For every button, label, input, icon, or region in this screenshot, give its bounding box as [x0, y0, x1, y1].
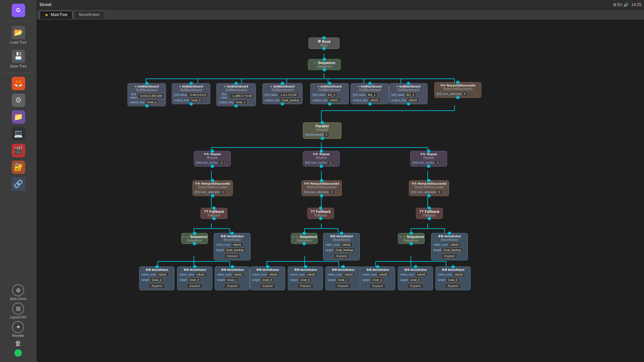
node-move-r3-backup[interactable]: ⚙ MoveRobot MoveRobot robot_num robot3 t…	[431, 233, 468, 260]
sbr3-top	[407, 82, 410, 85]
tab-main-tree[interactable]: ★ MainTree	[40, 11, 72, 19]
node-move-r1-backup[interactable]: ⚙ MoveRobot MoveRobot robot_num robot1 t…	[214, 233, 251, 260]
expand-r2a[interactable]: Expand	[259, 283, 276, 289]
node-fallback-3[interactable]: ? Fallback Fallback	[416, 208, 443, 219]
seqr3-bottom	[410, 242, 413, 245]
expand-r3a[interactable]: Expand	[369, 283, 386, 289]
main-area: Groot ⊞ En 🔊 14:25 ★ MainTree MoveRobot	[37, 0, 644, 362]
expand-r1b[interactable]: Expand	[224, 253, 240, 259]
sbbackup-bottom	[281, 102, 284, 106]
node-repeat-1[interactable]: ↻ Repeat Repeat [IN] num_cycles -1	[194, 151, 231, 167]
layout-hv-button[interactable]: ⊞ Layout H/V	[10, 303, 26, 319]
mover1b-top	[230, 232, 234, 235]
terminal-icon[interactable]: 💻	[12, 127, 25, 140]
expand-r2b[interactable]: Expand	[333, 253, 350, 259]
network-icon[interactable]: 🔗	[12, 177, 25, 191]
settings-icon[interactable]: ⚙	[12, 94, 25, 107]
mr2a-top	[266, 265, 269, 268]
retry-top-bottom	[456, 96, 460, 99]
node-setbb-r3[interactable]: SetBlackboard SetBlackboard [IN] value t…	[389, 83, 428, 104]
app-icon[interactable]: G	[12, 4, 25, 17]
node-move-r2b[interactable]: ⚙ MoveRobot robot_num robot2 target Goal…	[288, 266, 323, 290]
node-fallback-2[interactable]: ? Fallback Fallback	[307, 208, 334, 219]
node-setbb-r2[interactable]: SetBlackboard SetBlackboard [IN] value t…	[351, 83, 389, 104]
node-move-r3b[interactable]: ⚙ MoveRobot robot_num robot3 target Goal…	[398, 266, 433, 290]
expand-r1b2[interactable]: Expand	[186, 283, 203, 289]
mr3c-top	[451, 265, 455, 268]
root-icon	[318, 39, 321, 44]
node-setbb-r1[interactable]: SetBlackboard SetBlackboard [IN] value t…	[310, 83, 349, 104]
root-bottom-connector	[322, 47, 326, 50]
seq-top-conn-top	[323, 58, 326, 61]
node-seq-r2[interactable]: → Sequence Sequence	[291, 233, 318, 244]
node-repeat-3[interactable]: ↻ Repeat Repeat [IN] num_cycles -1	[410, 151, 447, 167]
node-setbb-backup[interactable]: SetBlackboard SetBlackboard [IN] value -…	[262, 83, 303, 104]
auto-zoom-button[interactable]: ⊕ Auto-Zoom	[10, 284, 26, 301]
node-retry-top[interactable]: ↻ RetryUntilSuccesful RetryUntilSuccesfu…	[434, 82, 481, 98]
rep2-bottom	[320, 165, 323, 168]
security-icon[interactable]: 🔐	[12, 161, 25, 174]
node-move-r1a[interactable]: ⚙ MoveRobot robot_num robot1 target Goal…	[139, 266, 174, 290]
sbr1-top	[328, 82, 331, 85]
par-bottom	[321, 137, 324, 140]
ret2-bottom	[320, 194, 323, 197]
ret3-bottom	[427, 194, 431, 197]
expand-r3b2[interactable]: Expand	[407, 283, 424, 289]
tabbar: ★ MainTree MoveRobot	[37, 9, 644, 20]
browser-icon[interactable]: 🦊	[12, 77, 25, 90]
sbr1-bottom	[328, 102, 331, 106]
node-seq-r1[interactable]: → Sequence Sequence	[181, 233, 208, 244]
node-move-r2c[interactable]: ⚙ MoveRobot robot_num robot2 target Goal…	[325, 266, 361, 290]
fb3-bottom	[428, 217, 431, 220]
node-seq-r3[interactable]: → Sequence Sequence	[398, 233, 425, 244]
mr1b-top	[193, 265, 197, 268]
expand-r3c[interactable]: Expand	[445, 283, 461, 289]
seqr3-top	[410, 232, 413, 235]
node-move-r2a[interactable]: ⚙ MoveRobot robot_num robot2 target Goal…	[250, 266, 285, 290]
par-top	[321, 121, 324, 124]
node-retry-1[interactable]: ↻ RetryUntilSuccesful RetryUntilSuccesfu…	[193, 180, 233, 196]
clock: 14:25	[631, 2, 641, 7]
mr1c-top	[231, 265, 234, 268]
expand-r2b2[interactable]: Expand	[297, 283, 314, 289]
node-retry-2[interactable]: ↻ RetryUntilSuccesful RetryUntilSuccesfu…	[302, 180, 342, 196]
load-tree-icon: 📂	[12, 26, 25, 39]
node-repeat-2[interactable]: ↻ Repeat Repeat [IN] num_cycles -1	[303, 151, 340, 167]
node-move-r1c[interactable]: ⚙ MoveRobot robot_num robot1 target Goal…	[215, 266, 250, 290]
expand-r1a[interactable]: Expand	[149, 283, 165, 289]
save-tree-button[interactable]: 💾 Save Tree	[3, 48, 34, 70]
node-move-r2-backup[interactable]: ⚙ MoveRobot MoveRobot robot_num robot2 t…	[323, 233, 360, 260]
node-move-r3c[interactable]: ⚙ MoveRobot robot_num robot3 target Goal…	[435, 266, 471, 290]
mr1a-top	[155, 265, 159, 268]
node-setbb-c[interactable]: SetBlackboard SetBlackboard [IN] value -…	[216, 83, 256, 106]
node-retry-3[interactable]: ↻ RetryUntilSuccesful RetryUntilSuccesfu…	[409, 180, 449, 196]
node-root[interactable]: Root Root	[309, 38, 339, 49]
status-indicator	[14, 349, 22, 357]
expand-r3b[interactable]: Expand	[441, 253, 458, 259]
load-tree-button[interactable]: 📂 Load Tree	[3, 24, 34, 46]
node-parallel[interactable]: Parallel Parallel [IN] threshold 3	[303, 122, 341, 139]
reorder-button[interactable]: ✦ Reorder	[12, 321, 24, 338]
ret1-bottom	[211, 194, 214, 197]
node-move-r3a[interactable]: ⚙ MoveRobot robot_num robot3 target Goal…	[360, 266, 395, 290]
sba-top	[145, 82, 149, 85]
mr2b-top	[304, 265, 307, 268]
expand-r2c[interactable]: Expand	[335, 283, 351, 289]
tab-move-robot[interactable]: MoveRobot	[74, 11, 104, 18]
sbr2-bottom	[368, 102, 372, 106]
node-fallback-1[interactable]: ? Fallback Fallback	[201, 208, 227, 219]
node-sequence-top[interactable]: Sequence Sequence	[308, 59, 341, 70]
node-setbb-b[interactable]: SetBlackboard SetBlackboard [IN] value -…	[172, 83, 210, 104]
ret3-top	[427, 179, 431, 182]
files-icon[interactable]: 📁	[12, 110, 25, 124]
reorder-icon: ✦	[12, 321, 24, 333]
node-move-r1b[interactable]: ⚙ MoveRobot robot_num robot1 target Goal…	[177, 266, 212, 290]
mr2c-top	[341, 265, 345, 268]
trash-button[interactable]: 🗑	[15, 340, 21, 347]
media-icon[interactable]: 🎬	[12, 144, 25, 157]
behavior-tree-canvas[interactable]: Root Root Sequence Sequence SetBlackboar…	[37, 20, 644, 362]
expand-r1c[interactable]: Expand	[224, 283, 240, 289]
seq-icon	[313, 61, 317, 65]
node-setbb-a[interactable]: SetBlackboard SetBlackboard [IN] value -…	[127, 83, 166, 106]
fb2-top	[319, 206, 322, 210]
